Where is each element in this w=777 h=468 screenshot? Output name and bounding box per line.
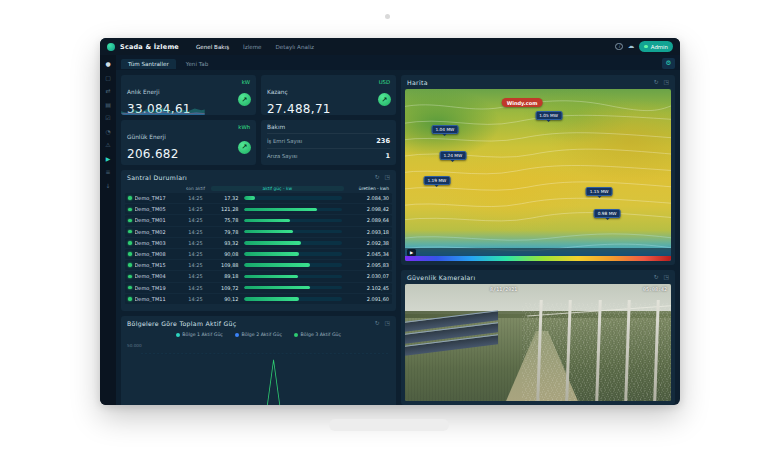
plant-power-value: 109,72 <box>211 285 239 291</box>
kpi-title: Günlük Enerji <box>127 134 166 140</box>
maintenance-row: Arıza Sayısı 1 <box>267 148 390 163</box>
legend-item[interactable]: Bölge 2 Aktif Güç <box>235 332 282 337</box>
trend-up-icon[interactable]: ↗ <box>238 93 251 106</box>
legend-dot <box>235 333 239 337</box>
plant-power-value: 17,32 <box>211 195 239 201</box>
nav-menu-item[interactable]: Detaylı Analiz <box>276 44 314 50</box>
plant-row[interactable]: Demo_TM15 14:25 109,88 2.095,83 <box>125 260 392 270</box>
trend-up-icon[interactable]: ↗ <box>238 141 251 154</box>
chart-icon[interactable]: ▤ <box>105 102 111 110</box>
tasks-icon[interactable]: ☑ <box>105 115 110 123</box>
windy-logo[interactable]: Windy.com <box>502 98 543 107</box>
map-marker[interactable]: 1.05 MW <box>535 111 562 120</box>
download-icon[interactable]: ↓ <box>105 183 110 191</box>
plant-row[interactable]: Demo_TM11 14:25 90,12 2.091,60 <box>125 294 392 304</box>
plant-energy-value: 2.030,07 <box>347 273 389 279</box>
plant-row[interactable]: Demo_TM03 14:25 93,32 2.092,38 <box>125 238 392 248</box>
tab-bar: Tüm SantrallerYeni Tab ⚙ <box>116 55 680 70</box>
power-bar <box>244 241 343 245</box>
plant-last-active: 14:25 <box>184 240 208 246</box>
plant-row[interactable]: Demo_TM08 14:25 90,08 2.045,34 <box>125 249 392 259</box>
main-area: Tüm SantrallerYeni Tab ⚙ Anlık Enerji kW… <box>116 55 680 405</box>
kpi-value: 27.488,71 <box>267 102 390 115</box>
plant-row[interactable]: Demo_TM02 14:25 79,78 2.093,18 <box>125 227 392 237</box>
plant-row[interactable]: Demo_TM17 14:25 17,32 2.084,30 <box>125 193 392 203</box>
plant-table-header: son aktif aktif güç - kw üretilen - kwh <box>125 184 392 192</box>
regions-chart: 50.000 0 <box>127 341 390 405</box>
plant-last-active: 14:25 <box>184 285 208 291</box>
plant-row[interactable]: Demo_TM01 14:25 75,78 2.089,64 <box>125 215 392 225</box>
play-icon[interactable]: ▶ <box>407 249 416 256</box>
plant-name: Demo_TM19 <box>135 285 181 291</box>
status-icon[interactable]: ● <box>105 61 110 69</box>
camera-feed[interactable]: 8/11/2021 05:08:42 <box>405 284 671 401</box>
refresh-icon[interactable]: ↻ <box>654 80 659 86</box>
history-icon[interactable]: ◔ <box>105 129 110 137</box>
map-timeline[interactable]: ▶ <box>405 248 671 256</box>
regions-chart-svg <box>127 341 390 405</box>
plant-row[interactable]: Demo_TM05 14:25 121,28 2.098,42 <box>125 204 392 214</box>
info-icon[interactable]: i <box>615 43 623 51</box>
maintenance-label: Arıza Sayısı <box>267 153 297 159</box>
monitor-icon[interactable]: ▢ <box>105 75 111 83</box>
online-status-dot <box>644 45 648 49</box>
dashboard-tab[interactable]: Yeni Tab <box>179 59 215 69</box>
marker-label: 1.04 MW <box>435 127 454 132</box>
map-panel: Harita ↻ ◳ <box>401 75 675 265</box>
map-marker[interactable]: 0.98 MW <box>594 209 621 218</box>
right-column: Harita ↻ ◳ <box>401 75 675 405</box>
plant-row[interactable]: Demo_TM04 14:25 89,18 2.030,07 <box>125 271 392 281</box>
map-marker[interactable]: 1.24 MW <box>439 151 466 160</box>
dashboard-content: Anlık Enerji kW 33.084,61 ↗ Kazanç <box>116 70 680 405</box>
wind-speed-colorbar <box>405 256 671 261</box>
fullscreen-icon[interactable]: ◳ <box>664 80 669 86</box>
refresh-icon[interactable]: ↻ <box>375 321 380 327</box>
alerts-icon[interactable]: ⚠ <box>105 142 110 150</box>
map-marker[interactable]: 1.04 MW <box>431 125 458 134</box>
nav-menu-item[interactable]: İzleme <box>243 44 261 50</box>
list-icon[interactable]: ≡ <box>105 169 110 177</box>
weather-icon[interactable]: ☁ <box>628 43 635 50</box>
legend-item[interactable]: Bölge 1 Aktif Güç <box>176 332 223 337</box>
dashboard-tab[interactable]: Tüm Santraller <box>121 59 176 69</box>
plant-last-active: 14:25 <box>184 206 208 212</box>
refresh-icon[interactable]: ↻ <box>654 275 659 281</box>
kpi-unit: kW <box>242 79 250 85</box>
sync-icon[interactable]: ⇄ <box>105 88 110 96</box>
fullscreen-icon[interactable]: ◳ <box>385 321 390 327</box>
plant-last-active: 14:25 <box>184 229 208 235</box>
play-icon[interactable]: ▶ <box>106 156 111 164</box>
fullscreen-icon[interactable]: ◳ <box>385 175 390 181</box>
status-dot <box>128 275 132 279</box>
plant-row[interactable]: Demo_TM19 14:25 109,72 2.102,45 <box>125 283 392 293</box>
plant-last-active: 14:25 <box>184 296 208 302</box>
kpi-unit: kWh <box>238 124 250 130</box>
kpi-unit: USD <box>379 79 390 85</box>
legend-label: Bölge 1 Aktif Güç <box>182 332 223 337</box>
plant-energy-value: 2.102,45 <box>347 285 389 291</box>
trend-up-icon[interactable]: ↗ <box>378 93 391 106</box>
admin-badge[interactable]: Admin <box>639 41 673 52</box>
weather-map[interactable]: Windy.com 1.05 MW1.04 MW1.24 MW1.19 MW1.… <box>405 89 671 261</box>
fullscreen-icon[interactable]: ◳ <box>664 275 669 281</box>
kpi-card-gunluk-enerji: Günlük Enerji kWh 206.682 ↗ <box>121 120 256 165</box>
icon-sidebar: ●▢⇄▤☑◔⚠▶≡↓ <box>100 55 116 405</box>
legend-label: Bölge 2 Aktif Güç <box>241 332 282 337</box>
status-dot <box>128 241 132 245</box>
legend-item[interactable]: Bölge 3 Aktif Güç <box>294 332 341 337</box>
map-marker[interactable]: 1.15 MW <box>586 187 613 196</box>
plant-status-panel: Santral Durumları ↻ ◳ son aktif <box>121 170 396 311</box>
power-bar <box>244 208 343 212</box>
kpi-row-1: Anlık Enerji kW 33.084,61 ↗ Kazanç <box>121 75 396 115</box>
refresh-icon[interactable]: ↻ <box>375 175 380 181</box>
plant-energy-value: 2.098,42 <box>347 206 389 212</box>
plant-energy-value: 2.093,18 <box>347 229 389 235</box>
regions-power-panel: Bölgelere Göre Toplam Aktif Güç ↻ ◳ Bölg… <box>121 316 396 405</box>
map-marker[interactable]: 1.19 MW <box>423 176 450 185</box>
taskbar-pill <box>329 419 449 431</box>
gear-icon[interactable]: ⚙ <box>662 58 675 69</box>
status-dot <box>128 297 132 301</box>
maintenance-row: İş Emri Sayısı 236 <box>267 133 390 148</box>
chart-legend: Bölge 1 Aktif Güç Bölge 2 Aktif Güç Bölg… <box>121 330 396 341</box>
nav-menu-item[interactable]: Genel Bakış <box>196 44 229 50</box>
